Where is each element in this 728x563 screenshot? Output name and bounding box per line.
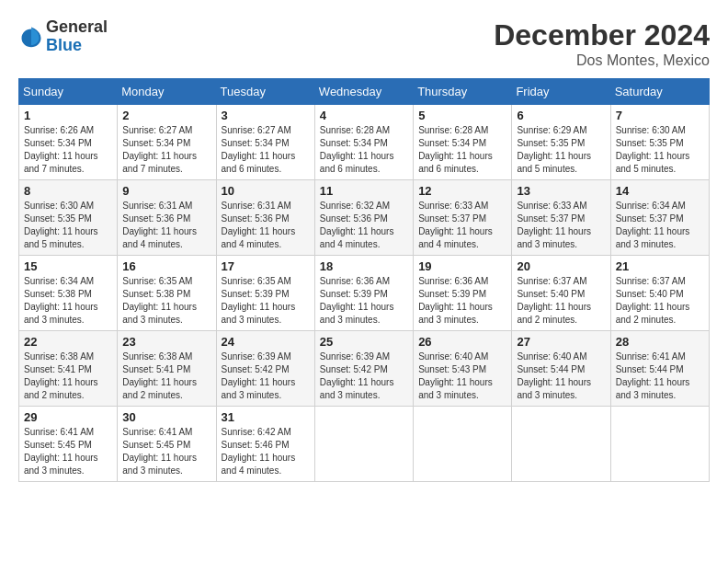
- day-info: Sunrise: 6:30 AM Sunset: 5:35 PM Dayligh…: [616, 124, 704, 176]
- day-info: Sunrise: 6:28 AM Sunset: 5:34 PM Dayligh…: [418, 124, 506, 176]
- day-info: Sunrise: 6:36 AM Sunset: 5:39 PM Dayligh…: [320, 275, 408, 327]
- calendar-week-row: 29 Sunrise: 6:41 AM Sunset: 5:45 PM Dayl…: [19, 407, 710, 482]
- calendar-day-cell: 13 Sunrise: 6:33 AM Sunset: 5:37 PM Dayl…: [512, 180, 610, 256]
- calendar-day-cell: 14 Sunrise: 6:34 AM Sunset: 5:37 PM Dayl…: [610, 180, 709, 256]
- calendar-day-cell: 24 Sunrise: 6:39 AM Sunset: 5:42 PM Dayl…: [216, 331, 314, 407]
- calendar-day-cell: 15 Sunrise: 6:34 AM Sunset: 5:38 PM Dayl…: [19, 256, 118, 331]
- calendar-day-cell: 9 Sunrise: 6:31 AM Sunset: 5:36 PM Dayli…: [118, 180, 216, 256]
- day-info: Sunrise: 6:40 AM Sunset: 5:43 PM Dayligh…: [418, 350, 506, 402]
- day-info: Sunrise: 6:37 AM Sunset: 5:40 PM Dayligh…: [517, 275, 605, 327]
- calendar-day-cell: 1 Sunrise: 6:26 AM Sunset: 5:34 PM Dayli…: [19, 105, 118, 180]
- day-number: 10: [222, 184, 310, 198]
- calendar-day-cell: 20 Sunrise: 6:37 AM Sunset: 5:40 PM Dayl…: [512, 256, 610, 331]
- month-title: December 2024: [494, 18, 710, 52]
- calendar-day-cell: 5 Sunrise: 6:28 AM Sunset: 5:34 PM Dayli…: [414, 105, 512, 180]
- calendar-table: SundayMondayTuesdayWednesdayThursdayFrid…: [18, 78, 710, 482]
- calendar-day-cell: 25 Sunrise: 6:39 AM Sunset: 5:42 PM Dayl…: [314, 331, 413, 407]
- day-of-week-header: Monday: [118, 79, 216, 105]
- calendar-day-cell: 30 Sunrise: 6:41 AM Sunset: 5:45 PM Dayl…: [118, 407, 216, 482]
- day-info: Sunrise: 6:33 AM Sunset: 5:37 PM Dayligh…: [418, 200, 506, 251]
- day-number: 7: [616, 109, 704, 122]
- logo-text: General Blue: [46, 18, 108, 55]
- day-of-week-header: Saturday: [610, 79, 709, 105]
- calendar-day-cell: [512, 407, 610, 482]
- calendar-week-row: 1 Sunrise: 6:26 AM Sunset: 5:34 PM Dayli…: [19, 105, 710, 180]
- calendar-week-row: 15 Sunrise: 6:34 AM Sunset: 5:38 PM Dayl…: [19, 256, 710, 331]
- day-info: Sunrise: 6:28 AM Sunset: 5:34 PM Dayligh…: [320, 124, 408, 176]
- day-number: 11: [320, 184, 408, 198]
- day-number: 1: [24, 109, 112, 122]
- day-number: 24: [222, 335, 310, 349]
- day-info: Sunrise: 6:38 AM Sunset: 5:41 PM Dayligh…: [24, 350, 112, 402]
- day-info: Sunrise: 6:31 AM Sunset: 5:36 PM Dayligh…: [222, 200, 310, 251]
- calendar-day-cell: 17 Sunrise: 6:35 AM Sunset: 5:39 PM Dayl…: [216, 256, 314, 331]
- day-number: 4: [320, 109, 408, 122]
- calendar-day-cell: 27 Sunrise: 6:40 AM Sunset: 5:44 PM Dayl…: [512, 331, 610, 407]
- calendar-day-cell: 28 Sunrise: 6:41 AM Sunset: 5:44 PM Dayl…: [610, 331, 709, 407]
- day-number: 18: [320, 259, 408, 273]
- day-info: Sunrise: 6:42 AM Sunset: 5:46 PM Dayligh…: [222, 426, 310, 477]
- day-number: 19: [418, 259, 506, 273]
- calendar-day-cell: 11 Sunrise: 6:32 AM Sunset: 5:36 PM Dayl…: [314, 180, 413, 256]
- day-info: Sunrise: 6:39 AM Sunset: 5:42 PM Dayligh…: [320, 350, 408, 402]
- day-info: Sunrise: 6:31 AM Sunset: 5:36 PM Dayligh…: [122, 200, 210, 251]
- day-of-week-header: Tuesday: [216, 79, 314, 105]
- day-number: 16: [122, 259, 210, 273]
- day-info: Sunrise: 6:26 AM Sunset: 5:34 PM Dayligh…: [24, 124, 112, 176]
- calendar-day-cell: 4 Sunrise: 6:28 AM Sunset: 5:34 PM Dayli…: [314, 105, 413, 180]
- day-number: 31: [222, 410, 310, 424]
- calendar-day-cell: 8 Sunrise: 6:30 AM Sunset: 5:35 PM Dayli…: [19, 180, 118, 256]
- day-info: Sunrise: 6:34 AM Sunset: 5:37 PM Dayligh…: [616, 200, 704, 251]
- calendar-day-cell: 31 Sunrise: 6:42 AM Sunset: 5:46 PM Dayl…: [216, 407, 314, 482]
- day-info: Sunrise: 6:36 AM Sunset: 5:39 PM Dayligh…: [418, 275, 506, 327]
- calendar-week-row: 8 Sunrise: 6:30 AM Sunset: 5:35 PM Dayli…: [19, 180, 710, 256]
- day-number: 6: [517, 109, 605, 122]
- day-info: Sunrise: 6:35 AM Sunset: 5:38 PM Dayligh…: [122, 275, 210, 327]
- day-info: Sunrise: 6:40 AM Sunset: 5:44 PM Dayligh…: [517, 350, 605, 402]
- day-info: Sunrise: 6:33 AM Sunset: 5:37 PM Dayligh…: [517, 200, 605, 251]
- calendar-day-cell: 6 Sunrise: 6:29 AM Sunset: 5:35 PM Dayli…: [512, 105, 610, 180]
- day-number: 26: [418, 335, 506, 349]
- day-info: Sunrise: 6:29 AM Sunset: 5:35 PM Dayligh…: [517, 124, 605, 176]
- title-block: December 2024 Dos Montes, Mexico: [494, 18, 710, 69]
- day-info: Sunrise: 6:30 AM Sunset: 5:35 PM Dayligh…: [24, 200, 112, 251]
- day-info: Sunrise: 6:39 AM Sunset: 5:42 PM Dayligh…: [222, 350, 310, 402]
- day-of-week-header: Thursday: [414, 79, 512, 105]
- day-number: 29: [24, 410, 112, 424]
- day-number: 21: [616, 259, 704, 273]
- day-info: Sunrise: 6:38 AM Sunset: 5:41 PM Dayligh…: [122, 350, 210, 402]
- day-info: Sunrise: 6:37 AM Sunset: 5:40 PM Dayligh…: [616, 275, 704, 327]
- day-info: Sunrise: 6:41 AM Sunset: 5:45 PM Dayligh…: [24, 426, 112, 477]
- day-number: 15: [24, 259, 112, 273]
- calendar-day-cell: [414, 407, 512, 482]
- day-number: 14: [616, 184, 704, 198]
- calendar-day-cell: 2 Sunrise: 6:27 AM Sunset: 5:34 PM Dayli…: [118, 105, 216, 180]
- day-info: Sunrise: 6:27 AM Sunset: 5:34 PM Dayligh…: [222, 124, 310, 176]
- day-info: Sunrise: 6:32 AM Sunset: 5:36 PM Dayligh…: [320, 200, 408, 251]
- day-number: 28: [616, 335, 704, 349]
- calendar-header-row: SundayMondayTuesdayWednesdayThursdayFrid…: [19, 79, 710, 105]
- day-number: 20: [517, 259, 605, 273]
- day-number: 23: [122, 335, 210, 349]
- day-number: 3: [222, 109, 310, 122]
- calendar-day-cell: 18 Sunrise: 6:36 AM Sunset: 5:39 PM Dayl…: [314, 256, 413, 331]
- calendar-day-cell: 26 Sunrise: 6:40 AM Sunset: 5:43 PM Dayl…: [414, 331, 512, 407]
- day-number: 9: [122, 184, 210, 198]
- day-number: 27: [517, 335, 605, 349]
- day-info: Sunrise: 6:34 AM Sunset: 5:38 PM Dayligh…: [24, 275, 112, 327]
- day-number: 12: [418, 184, 506, 198]
- day-number: 25: [320, 335, 408, 349]
- day-of-week-header: Wednesday: [314, 79, 413, 105]
- calendar-week-row: 22 Sunrise: 6:38 AM Sunset: 5:41 PM Dayl…: [19, 331, 710, 407]
- calendar-day-cell: 29 Sunrise: 6:41 AM Sunset: 5:45 PM Dayl…: [19, 407, 118, 482]
- day-number: 22: [24, 335, 112, 349]
- day-number: 13: [517, 184, 605, 198]
- day-number: 8: [24, 184, 112, 198]
- logo: General Blue: [18, 18, 108, 55]
- day-number: 17: [222, 259, 310, 273]
- day-of-week-header: Sunday: [19, 79, 118, 105]
- day-number: 30: [122, 410, 210, 424]
- calendar-day-cell: 23 Sunrise: 6:38 AM Sunset: 5:41 PM Dayl…: [118, 331, 216, 407]
- calendar-day-cell: [610, 407, 709, 482]
- logo-icon: [18, 24, 44, 50]
